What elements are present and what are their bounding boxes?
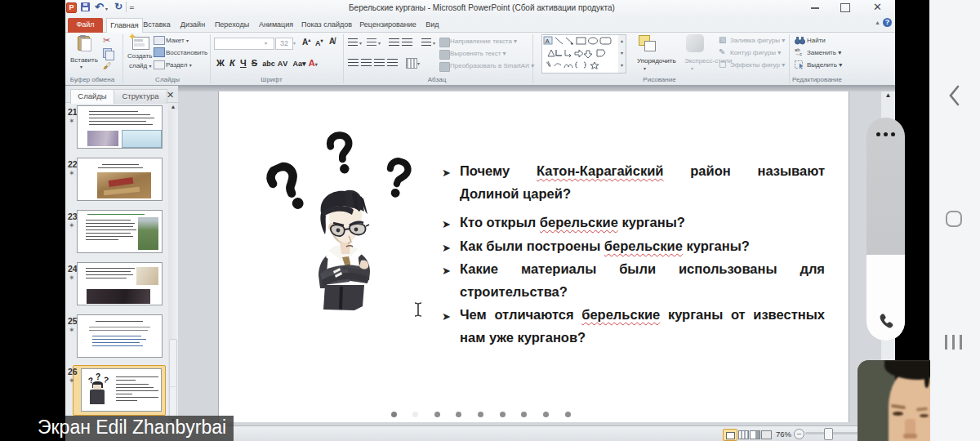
svg-text:A: A xyxy=(546,38,550,45)
